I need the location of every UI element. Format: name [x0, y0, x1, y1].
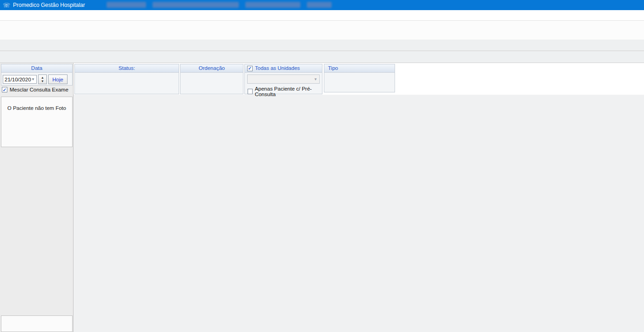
type-panel-header: Tipo [324, 64, 395, 73]
redacted-text [153, 2, 239, 8]
order-filter-panel: Ordenação [180, 64, 243, 94]
toolbar [0, 21, 644, 40]
checkbox-unchecked-icon [248, 89, 253, 94]
date-input[interactable]: 21/10/2020 ▼ [3, 75, 37, 84]
checkbox-checked-icon: ✓ [247, 66, 253, 71]
date-value: 21/10/2020 [5, 77, 31, 82]
title-bar: ☏ Promedico Gestão Hospitalar [0, 0, 644, 10]
type-filter-panel: Tipo [324, 64, 395, 92]
order-panel-header: Ordenação [181, 64, 243, 73]
no-photo-text: O Paciente não tem Foto [7, 105, 66, 147]
date-spinner[interactable]: ▲▼ [38, 74, 47, 84]
merge-consult-exam-label: Mesclar Consulta Exame [10, 87, 68, 92]
redacted-text [245, 2, 300, 8]
main-tab-bar [0, 40, 644, 51]
all-units-checkbox[interactable]: ✓ Todas as Unidades [245, 64, 322, 73]
chevron-down-icon: ▼ [31, 77, 35, 81]
units-filter-panel: ✓ Todas as Unidades ▼ Apenas Paciente c/… [244, 64, 322, 94]
chevron-down-icon: ▼ [314, 77, 317, 81]
checkbox-checked-icon: ✓ [2, 87, 7, 92]
status-panel-header: Status: [75, 64, 179, 73]
redacted-text [107, 2, 146, 8]
patient-photo-placeholder: O Paciente não tem Foto [1, 97, 73, 147]
today-button[interactable]: Hoje [48, 74, 68, 84]
app-window: ☏ Promedico Gestão Hospitalar Data 21/10… [0, 0, 644, 332]
sidebar-empty-panel [1, 315, 73, 332]
pre-consulta-checkbox[interactable]: Apenas Paciente c/ Pré-Consulta [248, 86, 322, 97]
date-panel: Data 21/10/2020 ▼ ▲▼ Hoje [1, 64, 73, 86]
sub-tab-bar [0, 51, 644, 63]
menu-bar [0, 10, 644, 21]
merge-consult-exam-checkbox[interactable]: ✓ Mesclar Consulta Exame [2, 87, 68, 92]
all-units-label: Todas as Unidades [255, 64, 300, 72]
redacted-text [307, 2, 332, 8]
date-panel-header: Data [1, 64, 72, 73]
status-filter-panel: Status: [74, 64, 179, 94]
pre-consulta-label: Apenas Paciente c/ Pré-Consulta [255, 86, 322, 97]
unit-select[interactable]: ▼ [247, 74, 320, 84]
app-icon: ☏ [3, 2, 10, 9]
window-title: Promedico Gestão Hospitalar [13, 2, 85, 8]
